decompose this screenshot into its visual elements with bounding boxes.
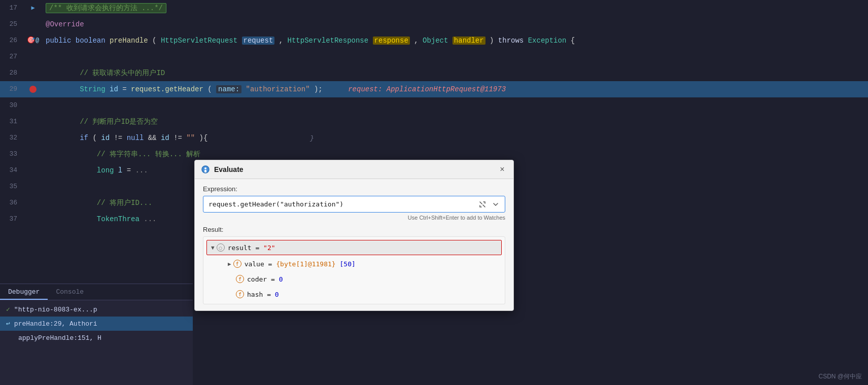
punc-open-29: ( <box>207 85 212 93</box>
string-authorization: "authorization" <box>246 85 310 93</box>
evaluate-dialog: Evaluate × Expression: Use C <box>194 160 514 311</box>
type-httpservletresponse: HttpServletResponse <box>288 37 373 45</box>
gutter-26: 🎯 @ <box>25 32 41 49</box>
line-content-31: // 判断用户ID是否为空 <box>41 114 868 130</box>
result-main-text: result = "2" <box>228 244 275 252</box>
bottom-item-text-0: "http-nio-8083-ex...p <box>14 306 97 313</box>
code-ellipsis-37: ... <box>144 215 156 223</box>
expression-input-area <box>203 196 505 213</box>
kw-boolean: boolean <box>76 37 110 45</box>
at-icon: @ <box>36 32 39 49</box>
svg-point-1 <box>204 167 206 169</box>
bottom-tabs: Debugger Console <box>0 284 193 300</box>
comment-block-text: /** 收到请求会执行的方法 ...*/ <box>46 3 166 13</box>
expand-main-btn[interactable]: ▼ <box>211 244 215 251</box>
bottom-item-0[interactable]: ✓ "http-nio-8083-ex...p <box>0 302 193 317</box>
arrow-icon-1: ↩ <box>6 320 10 328</box>
comment-36: // 将用户ID... <box>97 199 152 207</box>
method-prehandle: preHandle <box>110 37 148 45</box>
value-text: {byte[1]@11981} <box>276 260 335 268</box>
result-sub-value-text: value = {byte[1]@11981} [50] <box>245 260 356 268</box>
gutter-17: ▶ <box>25 0 41 16</box>
method-getheader: request.getHeader <box>131 85 203 93</box>
result-main-row[interactable]: ▼ ○ result = "2" <box>206 240 502 255</box>
param-request: request <box>242 37 275 45</box>
bottom-item-2[interactable]: applyPreHandle:151, H <box>0 331 193 345</box>
breakpoint-29[interactable] <box>29 86 37 93</box>
param-handler: handler <box>453 37 485 45</box>
expression-hint: Use Ctrl+Shift+Enter to add to Watches <box>203 215 505 221</box>
debug-value-32: } <box>310 134 314 142</box>
kw-public: public <box>46 37 76 45</box>
string-empty: "" <box>186 134 195 142</box>
dialog-body: Expression: Use Ctrl+Shift+Enter to add … <box>195 179 513 310</box>
line-num-17: 17 <box>0 0 25 16</box>
line-num-33: 33 <box>0 146 25 162</box>
line-num-26: 26 <box>0 32 25 49</box>
line-num-37: 37 <box>0 211 25 227</box>
check-icon-0: ✓ <box>6 305 10 313</box>
op-neq2: != <box>173 134 186 142</box>
code-ellipsis-34: ... <box>135 166 148 174</box>
fold-arrow-17[interactable]: ▶ <box>31 0 34 16</box>
tab-debugger[interactable]: Debugger <box>0 284 48 300</box>
coder-value: 0 <box>279 275 283 283</box>
result-sub-coder-text: coder = 0 <box>247 275 283 283</box>
line-num-28: 28 <box>0 65 25 81</box>
dialog-title-text: Evaluate <box>214 165 244 173</box>
op-assign: = <box>122 85 131 93</box>
line-num-29: 29 <box>0 81 25 97</box>
code-line-29: 29 String id = request.getHeader ( name:… <box>0 81 868 97</box>
value-array: [50] <box>339 260 355 268</box>
expand-expression-btn[interactable] <box>476 198 489 211</box>
comment-28: // 获取请求头中的用户ID <box>80 69 165 77</box>
line-content-27 <box>41 49 868 65</box>
bottom-panel: Debugger Console ✓ "http-nio-8083-ex...p… <box>0 284 193 385</box>
code-line-32: 32 if ( id != null && id != "" ){ } <box>0 130 868 146</box>
code-line-17: 17 ▶ /** 收到请求会执行的方法 ...*/ <box>0 0 868 16</box>
var-id-32: id <box>101 134 110 142</box>
code-line-26: 26 🎯 @ public boolean preHandle ( HttpSe… <box>0 32 868 49</box>
op-neq1: != <box>114 134 126 142</box>
bottom-item-text-1: preHandle:29, Authori <box>14 320 97 328</box>
param-response: response <box>373 37 410 45</box>
expression-label: Expression: <box>203 185 505 193</box>
punc-close-29: ); <box>314 85 323 93</box>
result-sub-hash: f hash = 0 <box>203 287 505 302</box>
dropdown-expression-btn[interactable] <box>490 198 502 211</box>
var-id: id <box>110 85 118 93</box>
type-long: long <box>97 166 118 174</box>
line-content-30 <box>41 97 868 114</box>
type-string-29: String <box>80 85 110 93</box>
line-num-32: 32 <box>0 130 25 146</box>
line-content-25: @Override <box>41 16 868 32</box>
debug-icons-26: 🎯 @ <box>27 32 39 49</box>
type-object: Object <box>423 37 453 45</box>
line-num-36: 36 <box>0 195 25 211</box>
line-num-30: 30 <box>0 97 25 114</box>
line-num-25: 25 <box>0 16 25 32</box>
op-and: && <box>148 134 161 142</box>
expand-value-btn[interactable]: ▶ <box>228 261 231 267</box>
result-text-prefix: result = <box>228 244 263 252</box>
punc-open-26: ( <box>152 37 156 45</box>
dialog-close-button[interactable]: × <box>497 164 507 174</box>
gutter-29 <box>25 86 41 93</box>
tab-console[interactable]: Console <box>48 284 92 300</box>
expression-input[interactable] <box>203 196 473 212</box>
punc-brace-open: { <box>571 37 575 45</box>
result-sub-value[interactable]: ▶ f value = {byte[1]@11981} [50] <box>203 256 505 271</box>
punc-comma1: , <box>279 37 288 45</box>
code-line-25: 25 @Override <box>0 16 868 32</box>
debug-value-29: request: ApplicationHttpRequest@11973 <box>348 85 506 93</box>
comment-31: // 判断用户ID是否为空 <box>80 118 158 126</box>
result-sub-hash-text: hash = 0 <box>247 291 279 298</box>
bottom-item-1[interactable]: ↩ preHandle:29, Authori <box>0 317 193 331</box>
punc-close-26: ) <box>490 37 498 45</box>
field-icon-hash: f <box>236 290 244 298</box>
line-content-29: String id = request.getHeader ( name: "a… <box>41 81 868 97</box>
code-line-28: 28 // 获取请求头中的用户ID <box>0 65 868 81</box>
line-content-28: // 获取请求头中的用户ID <box>41 65 868 81</box>
kw-if: if <box>80 134 92 142</box>
result-label: Result: <box>203 226 505 233</box>
